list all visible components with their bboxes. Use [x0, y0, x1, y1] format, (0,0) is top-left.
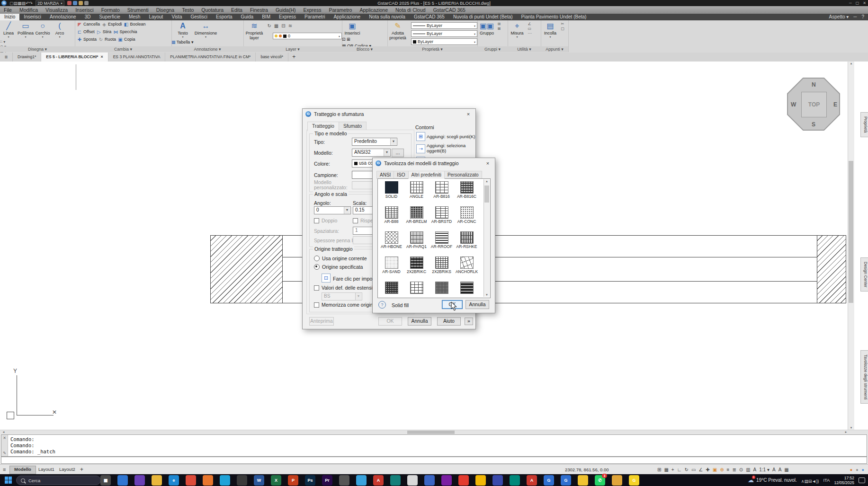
- palette-annulla-button[interactable]: Annulla: [465, 300, 489, 309]
- match-properties-button[interactable]: ✎Adotta proprietà: [387, 21, 408, 40]
- doppio-checkbox[interactable]: Doppio: [314, 218, 337, 223]
- status-toggle-icon[interactable]: ⊕: [720, 467, 724, 472]
- add-pick-points-label[interactable]: Aggiungi: scegli punti(K): [427, 134, 475, 139]
- status-tray-icon[interactable]: ●: [850, 468, 852, 472]
- pattern-item[interactable]: AR-SAND: [379, 256, 404, 281]
- status-toggle-icon[interactable]: A: [779, 467, 782, 472]
- panel-label-cambia[interactable]: Cambia ▾: [75, 46, 172, 52]
- pattern-item[interactable]: ANGLE: [404, 180, 429, 205]
- doc-tabs-menu-icon[interactable]: ≡: [0, 53, 13, 62]
- taskbar-app-icon[interactable]: [117, 475, 128, 486]
- pattern-help-icon[interactable]: ?: [378, 301, 386, 309]
- modify-tool-button[interactable]: ⋈Specchia: [113, 29, 137, 35]
- taskbar-app-icon[interactable]: W: [254, 475, 264, 486]
- layer-select-dropdown[interactable]: 0 ▾: [273, 33, 342, 39]
- pattern-item[interactable]: AR-CONC: [454, 205, 479, 230]
- pattern-item[interactable]: AR-RSHKE: [454, 230, 479, 256]
- menu-item[interactable]: Guida(H): [272, 6, 300, 14]
- layout-tab-modello[interactable]: Modello: [9, 466, 36, 474]
- command-gutter-icon[interactable]: ✎: [3, 451, 6, 455]
- ribbon-tab[interactable]: Annotazione: [45, 14, 81, 20]
- tipo-dropdown[interactable]: Predefinito▼: [352, 138, 397, 146]
- group-extra-icon[interactable]: ⊠: [497, 27, 501, 31]
- status-toggle-icon[interactable]: ▦: [664, 467, 668, 472]
- maximize-button[interactable]: ▢: [856, 1, 859, 5]
- angolo-dropdown[interactable]: 0▼: [314, 206, 351, 214]
- taskbar-app-icon[interactable]: G: [544, 475, 554, 486]
- taskbar-app-icon[interactable]: [458, 475, 469, 486]
- ribbon-tab[interactable]: 3D: [81, 14, 95, 20]
- palette-tab[interactable]: ISO: [394, 171, 408, 179]
- menu-item[interactable]: Finestra: [246, 6, 272, 14]
- taskbar-app-icon[interactable]: P: [288, 475, 298, 486]
- ok-button[interactable]: OK: [378, 317, 402, 326]
- layer-tool-icon[interactable]: ⊟: [281, 23, 285, 28]
- group-extra-icon[interactable]: ⊞: [497, 22, 501, 26]
- draw-tool-button[interactable]: (Arco▾: [51, 21, 68, 38]
- annulla-button[interactable]: Annulla: [408, 317, 431, 326]
- menu-item[interactable]: Strumenti: [124, 6, 152, 14]
- new-document-tab-button[interactable]: +: [288, 53, 299, 62]
- taskbar-app-icon[interactable]: [390, 475, 401, 486]
- block-extra-icon[interactable]: ⊡ ⊞: [342, 37, 371, 42]
- taskbar-weather[interactable]: ☁1 19°C Preval. nuvol.: [748, 477, 797, 484]
- pattern-scroll-thumb[interactable]: [484, 186, 489, 203]
- taskbar-app-icon[interactable]: [407, 475, 418, 486]
- add-select-objects-label[interactable]: Aggiungi: seleziona oggetti(B): [427, 143, 468, 153]
- status-toggle-icon[interactable]: ⊙: [739, 467, 743, 472]
- draw-tool-button[interactable]: ▭Polilinea▾: [17, 21, 34, 38]
- close-button[interactable]: ✕: [863, 1, 866, 5]
- menu-item[interactable]: Modifica: [16, 6, 42, 14]
- draw-tool-button[interactable]: ○Cerchio▾: [34, 21, 51, 38]
- taskbar-app-icon[interactable]: [475, 475, 486, 486]
- document-tab[interactable]: Drawing1*: [13, 53, 41, 62]
- close-tab-icon[interactable]: ×: [100, 53, 103, 62]
- panel-label-blocco[interactable]: Blocco ▾: [342, 46, 388, 52]
- taskbar-app-icon[interactable]: Pr: [322, 475, 332, 486]
- menu-item[interactable]: Express: [300, 6, 325, 14]
- add-pick-points-icon[interactable]: ⊞: [416, 132, 425, 141]
- document-tab[interactable]: PLANIMETRIA ANNOTATIVA FINALE in CM*: [165, 53, 256, 62]
- document-tab[interactable]: ES 5 - LIBRERIA BLOCCHI*×: [41, 53, 108, 62]
- taskbar-app-icon[interactable]: [492, 475, 503, 486]
- menu-item[interactable]: File: [0, 6, 16, 14]
- bylayer-dropdown[interactable]: ByLayer▾: [411, 38, 477, 45]
- menu-item[interactable]: Quotatura: [197, 6, 227, 14]
- group-button[interactable]: ▣▣Gruppo: [478, 21, 495, 35]
- status-toggle-icon[interactable]: ⊞: [657, 467, 661, 472]
- status-toggle-icon[interactable]: 1:1 ▾: [759, 467, 770, 472]
- scroll-right-icon[interactable]: ►: [843, 431, 849, 433]
- specified-origin-radio[interactable]: Origine specificata: [314, 264, 363, 270]
- taskbar-app-icon[interactable]: [237, 475, 247, 486]
- ribbon-tab[interactable]: Gestisci: [186, 14, 212, 20]
- browse-patterns-button[interactable]: ...: [392, 149, 404, 157]
- taskbar-app-icon[interactable]: [220, 475, 230, 486]
- aiuto-button[interactable]: Aiuto: [437, 317, 461, 326]
- taskbar-app-icon[interactable]: [339, 475, 349, 486]
- ribbon-tab[interactable]: GstarCAD 365: [410, 14, 449, 20]
- ribbon-tab[interactable]: BIM: [258, 14, 275, 20]
- viewcube-top-face[interactable]: TOP: [801, 92, 827, 117]
- minimize-ribbon-icon[interactable]: ─: [853, 14, 857, 20]
- panel-label-appunti[interactable]: Appunti ▾: [541, 46, 569, 52]
- minimize-button[interactable]: ─: [849, 1, 852, 5]
- status-toggle-icon[interactable]: ▥: [746, 467, 750, 472]
- modify-tool-button[interactable]: ◤Cancella: [77, 22, 100, 27]
- panel-label-layer[interactable]: Layer ▾: [243, 46, 342, 52]
- notification-center-icon[interactable]: [859, 477, 865, 483]
- menu-item[interactable]: Nota di Cloud: [392, 6, 430, 14]
- status-toggle-icon[interactable]: ↻: [684, 467, 688, 472]
- ribbon-tab[interactable]: Parametri: [300, 14, 329, 20]
- pattern-item[interactable]: AR-BRELM: [404, 205, 429, 230]
- taskbar-app-icon[interactable]: Ps: [305, 475, 315, 486]
- insert-block-button[interactable]: ▣Inserisci: [344, 21, 361, 35]
- ribbon-tab[interactable]: Mesh: [125, 14, 144, 20]
- palette-tab[interactable]: Personalizzato: [444, 171, 482, 179]
- taskbar-app-icon[interactable]: [578, 475, 588, 486]
- menu-item[interactable]: Disegna: [152, 6, 179, 14]
- status-toggle-icon[interactable]: ∠: [698, 467, 703, 472]
- taskbar-app-icon[interactable]: G: [629, 475, 639, 486]
- hatch-dialog-titlebar[interactable]: G Tratteggio e sfumatura: [303, 109, 475, 119]
- menu-item[interactable]: GstarCAD 365: [430, 6, 469, 14]
- menu-item[interactable]: Testo: [178, 6, 197, 14]
